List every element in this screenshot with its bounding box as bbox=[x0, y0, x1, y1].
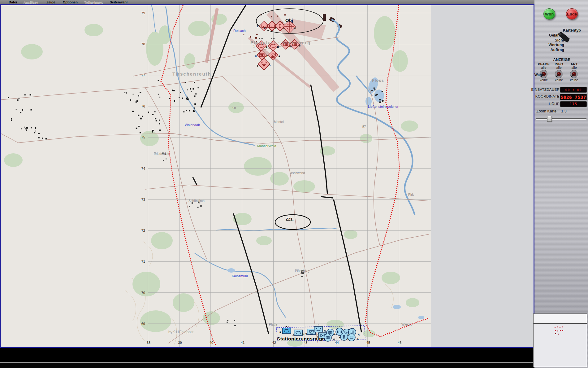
display-einsatzdauer: EINSATZDAUER00 : 00 bbox=[534, 87, 588, 93]
svg-text:71: 71 bbox=[141, 260, 145, 263]
map-label: Kainzmühl bbox=[232, 274, 248, 278]
unit-designator: C bbox=[324, 330, 326, 333]
map-label: Floss bbox=[372, 78, 384, 83]
bottom-bar bbox=[0, 348, 534, 362]
minimap-units bbox=[534, 324, 587, 367]
menu-item-teilnehmer: Teilnehmer: bbox=[84, 0, 103, 4]
anzeige-keine-label: keine bbox=[565, 78, 583, 82]
zoom-slider-thumb[interactable] bbox=[547, 116, 552, 122]
svg-text:73: 73 bbox=[141, 198, 145, 201]
unit-designator: B bbox=[266, 45, 268, 48]
map-window: 3839404142434445467978777675747372717069… bbox=[0, 4, 534, 348]
menu-bar: DateiAuslöserZeigeOptionenTeilnehmer:Sei… bbox=[0, 0, 535, 4]
unit-blue-armor[interactable]: 2 bbox=[292, 330, 303, 336]
map-label: Reisach bbox=[233, 29, 246, 33]
unit-designator: A bbox=[269, 64, 271, 67]
svg-text:77: 77 bbox=[141, 73, 145, 77]
wahl-label: Wahl bbox=[534, 73, 543, 77]
display-value: 00 : 00 bbox=[560, 87, 587, 93]
anzeige-keine-label: keine bbox=[550, 78, 568, 82]
kartentyp-title: Kartentyp bbox=[534, 28, 581, 33]
anzeige-column-pfade: PFADEallekeine bbox=[535, 62, 552, 82]
svg-text:69: 69 bbox=[141, 322, 145, 326]
anzeige-column-info: INFOallekeine bbox=[550, 62, 568, 82]
svg-text:70: 70 bbox=[141, 291, 145, 295]
menu-item-auslöser: Auslöser bbox=[23, 0, 38, 4]
zoom-slider[interactable] bbox=[536, 116, 586, 121]
map-label: 57 bbox=[362, 125, 366, 129]
kartentyp-option-gelände[interactable]: Gelände bbox=[532, 33, 564, 37]
map-label: Schönkirch bbox=[188, 199, 205, 203]
repeat-button[interactable]: Wdh bbox=[543, 8, 555, 20]
map-label: Tirschenreuth bbox=[172, 71, 211, 77]
anzeige-keine-label: keine bbox=[535, 78, 552, 82]
unit-designator: 6 bbox=[305, 332, 307, 335]
menu-item-seitenwahl[interactable]: Seitenwahl bbox=[110, 0, 128, 4]
control-panel: Wdh Ende Kartentyp GeländeSichtWertungAu… bbox=[534, 0, 588, 368]
display-label: HÖHE bbox=[549, 102, 560, 106]
unit-designator: C bbox=[302, 332, 305, 335]
kartentyp-option-auftrag[interactable]: Auftrag bbox=[532, 48, 564, 52]
menu-item-optionen[interactable]: Optionen bbox=[63, 0, 78, 4]
unit-designator: 6 bbox=[257, 64, 258, 67]
unit-designator: 1 bbox=[334, 332, 335, 335]
map-label: Aschwand bbox=[290, 171, 305, 175]
map-label: Plaße bbox=[269, 322, 278, 326]
unit-designator: 2 bbox=[292, 333, 294, 336]
map[interactable]: 3839404142434445467978777675747372717069… bbox=[1, 5, 534, 348]
map-empty-area bbox=[431, 5, 534, 348]
map-label: Flugplatz · Kreuzberg bbox=[250, 40, 311, 45]
zoom-karte-label: Zoom Karte: bbox=[536, 109, 558, 113]
svg-text:38: 38 bbox=[147, 341, 150, 344]
map-label: Ließensteinspeicher bbox=[368, 105, 399, 108]
anzeige-alle-label: alle bbox=[535, 66, 552, 69]
svg-text:40: 40 bbox=[210, 341, 213, 344]
unit-designator: A bbox=[278, 55, 280, 58]
display-label: KOORDINATE bbox=[535, 94, 560, 98]
minimap-header bbox=[534, 314, 587, 324]
svg-text:79: 79 bbox=[141, 11, 145, 15]
map-label: Friedenfels bbox=[154, 152, 170, 156]
map-label: Stationierungsraum bbox=[277, 336, 325, 341]
kartentyp-option-sicht[interactable]: Sicht bbox=[532, 38, 564, 42]
zoom-slider-track bbox=[536, 118, 586, 120]
svg-text:72: 72 bbox=[141, 229, 145, 232]
display-value: 5026 7537 bbox=[560, 94, 587, 100]
svg-text:76: 76 bbox=[141, 104, 145, 108]
map-label: ZZ1. bbox=[286, 217, 294, 221]
end-button[interactable]: Ende bbox=[566, 8, 578, 20]
svg-text:46: 46 bbox=[398, 341, 401, 344]
menu-item-zeige[interactable]: Zeige bbox=[46, 0, 55, 4]
map-label: Plössberg bbox=[295, 269, 309, 273]
unit-designator: Θ bbox=[333, 338, 335, 341]
map-label: Mantel bbox=[274, 120, 284, 124]
svg-text:75: 75 bbox=[141, 135, 145, 139]
map-label: Waldnaab bbox=[185, 123, 200, 127]
map-label: Pirk bbox=[408, 193, 414, 196]
map-label: by 911Feldpost bbox=[168, 330, 194, 334]
unit-designator: 3 bbox=[255, 55, 257, 58]
unit-designator: 3 bbox=[339, 337, 340, 340]
svg-text:45: 45 bbox=[366, 341, 370, 344]
anzeige-alle-label: alle bbox=[565, 66, 583, 69]
kartentyp-option-wertung[interactable]: Wertung bbox=[532, 43, 564, 47]
display-label: EINSATZDAUER bbox=[531, 88, 560, 91]
display-value: 175 bbox=[560, 101, 587, 107]
unit-designator: 1 bbox=[279, 330, 281, 333]
zoom-karte-row: Zoom Karte: 1.3 bbox=[536, 109, 567, 113]
unit-designator: 3 bbox=[264, 26, 266, 29]
unit-designator: 1 bbox=[253, 45, 255, 48]
art-knob[interactable] bbox=[569, 69, 579, 79]
map-label: 58 bbox=[232, 107, 236, 110]
anzeige-title: ANZEIGE bbox=[534, 58, 588, 62]
svg-text:74: 74 bbox=[141, 167, 145, 170]
menu-item-datei[interactable]: Datei bbox=[9, 0, 17, 4]
anzeige-alle-label: alle bbox=[550, 66, 568, 69]
map-label: MantlerWald bbox=[257, 144, 276, 148]
display-koordinate: KOORDINATE5026 7537 bbox=[534, 94, 588, 100]
info-knob[interactable] bbox=[554, 69, 564, 79]
unit-designator: A bbox=[358, 333, 360, 336]
minimap[interactable] bbox=[533, 313, 587, 367]
svg-text:78: 78 bbox=[141, 42, 145, 46]
anzeige-column-art: ARTallekeine bbox=[565, 62, 583, 82]
